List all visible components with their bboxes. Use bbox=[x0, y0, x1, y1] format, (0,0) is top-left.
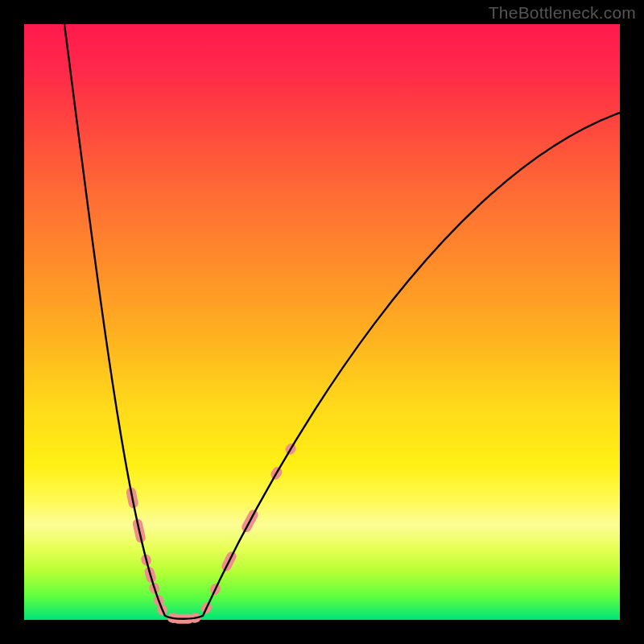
watermark-text: TheBottleneck.com bbox=[489, 3, 636, 23]
bottleneck-curve-svg bbox=[24, 24, 620, 620]
plot-area bbox=[24, 24, 620, 620]
chart-frame: TheBottleneck.com bbox=[0, 0, 644, 644]
bottleneck-curve bbox=[64, 24, 620, 619]
